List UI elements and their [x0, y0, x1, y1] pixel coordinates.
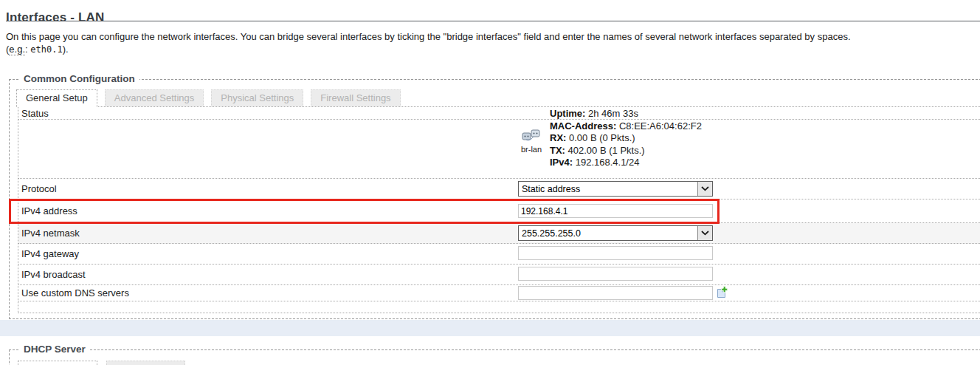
ipv4-gateway-label: IPv4 gateway — [18, 244, 518, 264]
custom-dns-row: Use custom DNS servers — [18, 285, 980, 301]
tab-firewall-settings[interactable]: Firewall Settings — [311, 89, 400, 106]
example-interface-code: eth0.1 — [30, 44, 62, 55]
ipv4-broadcast-row: IPv4 broadcast — [18, 265, 980, 285]
dropdown-arrow-icon[interactable] — [697, 182, 712, 196]
page-title: Interfaces - LAN — [6, 10, 105, 25]
description-line-2: (e.g.: eth0.1). — [6, 43, 851, 56]
ipv4-netmask-label: IPv4 netmask — [18, 223, 518, 243]
dhcp-tab-general-setup[interactable] — [18, 361, 97, 365]
protocol-selected-value: Static address — [519, 184, 697, 194]
description-line-1: On this page you can configure the netwo… — [6, 30, 851, 43]
ipv4-address-label: IPv4 address — [18, 199, 518, 222]
dropdown-arrow-icon[interactable] — [697, 226, 712, 240]
status-spacer-row — [18, 120, 980, 179]
custom-dns-input[interactable] — [518, 286, 713, 300]
status-row: Status — [18, 107, 980, 120]
ipv4-broadcast-label: IPv4 broadcast — [18, 265, 518, 284]
protocol-label: Protocol — [18, 179, 518, 199]
add-entry-icon[interactable] — [715, 286, 728, 299]
tab-general-setup[interactable]: General Setup — [16, 89, 97, 107]
bridge-interface-icon — [522, 129, 541, 142]
eg-abbr: e.g. — [9, 44, 25, 55]
protocol-select[interactable]: Static address — [518, 181, 713, 197]
status-rx: RX: 0.00 B (0 Pkts.) — [550, 132, 702, 145]
general-setup-panel: Status Protocol Static address IPv4 addr… — [18, 106, 980, 313]
interface-status-details: Uptime: 2h 46m 33s MAC-Address: C8:EE:A6… — [550, 108, 702, 169]
status-label: Status — [18, 107, 518, 119]
status-mac-address: MAC-Address: C8:EE:A6:04:62:F2 — [550, 120, 702, 133]
ipv4-broadcast-input[interactable] — [518, 267, 713, 281]
title-divider — [6, 21, 980, 21]
ipv4-address-row: IPv4 address — [18, 199, 980, 223]
ipv4-address-input[interactable] — [518, 204, 713, 218]
ipv4-netmask-row: IPv4 netmask 255.255.255.0 — [18, 223, 980, 244]
status-ipv4: IPv4: 192.168.4.1/24 — [550, 157, 702, 169]
page-description: On this page you can configure the netwo… — [6, 30, 851, 56]
ipv4-netmask-select[interactable]: 255.255.255.0 — [518, 225, 713, 241]
custom-dns-label: Use custom DNS servers — [18, 285, 518, 301]
dhcp-server-legend: DHCP Server — [19, 344, 90, 355]
protocol-row: Protocol Static address — [18, 179, 980, 199]
ipv4-gateway-input[interactable] — [518, 246, 713, 260]
dhcp-tab-advanced-settings[interactable] — [106, 361, 185, 365]
interfaces-lan-page: Interfaces - LAN On this page you can co… — [0, 0, 980, 365]
common-config-tabs: General Setup Advanced Settings Physical… — [16, 89, 401, 107]
interface-status-block: br-lan Uptime: 2h 46m 33s MAC-Address: C… — [514, 108, 702, 169]
status-uptime: Uptime: 2h 46m 33s — [550, 108, 702, 120]
interface-name: br-lan — [514, 145, 548, 154]
section-gap — [0, 320, 980, 336]
tab-physical-settings[interactable]: Physical Settings — [211, 89, 303, 106]
tab-advanced-settings[interactable]: Advanced Settings — [105, 89, 204, 106]
status-tx: TX: 402.00 B (1 Pkts.) — [550, 145, 702, 157]
ipv4-gateway-row: IPv4 gateway — [18, 244, 980, 265]
ipv4-netmask-selected-value: 255.255.255.0 — [519, 228, 697, 239]
common-configuration-legend: Common Configuration — [19, 73, 139, 84]
